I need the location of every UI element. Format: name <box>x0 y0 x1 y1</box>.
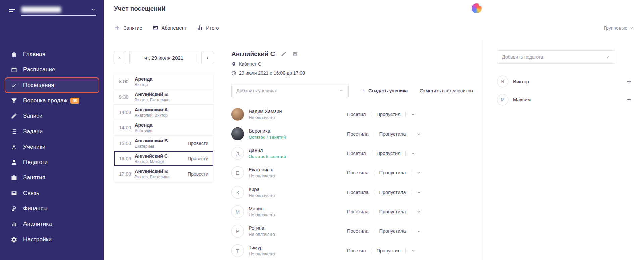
sidebar-item[interactable]: Финансы <box>5 201 99 216</box>
more-options-button[interactable] <box>416 190 422 195</box>
create-student-button[interactable]: Создать ученика <box>361 88 408 93</box>
missed-button[interactable]: Пропустила <box>379 228 406 234</box>
teacher-avatar: М <box>497 94 508 105</box>
sidebar-item[interactable]: Главная <box>5 47 99 62</box>
lesson-info: Английский B Екатерина <box>135 138 168 149</box>
more-options-button[interactable] <box>416 229 422 234</box>
add-teacher-select[interactable]: Добавить педагога <box>497 50 615 64</box>
student-row: М Мария Не оплачено Посетила Пропустила <box>231 202 483 221</box>
lesson-row[interactable]: 8:00 Аренда Виктор <box>114 74 213 89</box>
lesson-time: 15:00 <box>119 141 132 146</box>
attended-button[interactable]: Посетила <box>347 170 369 175</box>
more-options-button[interactable] <box>411 151 416 156</box>
lesson-row[interactable]: 16:00 Английский C Виктор, Максим Провес… <box>114 151 213 166</box>
more-options-button[interactable] <box>411 112 416 117</box>
hamburger-menu-icon[interactable] <box>8 7 16 15</box>
sidebar-item[interactable]: Связь <box>5 186 99 201</box>
avatar-initial: В <box>501 79 504 84</box>
sidebar-item[interactable]: Задачи <box>5 124 99 139</box>
workspace-switcher[interactable] <box>21 7 96 16</box>
attended-button[interactable]: Посетила <box>347 190 369 195</box>
missed-button[interactable]: Пропустила <box>379 190 406 195</box>
student-row: Вадим Хамзин Не оплачено Посетил Пропуст… <box>231 105 483 124</box>
add-teacher-button[interactable] <box>626 97 632 103</box>
attended-button[interactable]: Посетил <box>347 112 366 117</box>
sidebar-item[interactable]: Расписание <box>5 62 99 77</box>
attended-button[interactable]: Посетила <box>347 209 369 214</box>
sidebar-item-label: Посещения <box>23 82 54 89</box>
delete-lesson-icon[interactable] <box>292 51 298 57</box>
attended-button[interactable]: Посетила <box>347 228 369 234</box>
conduct-lesson-button[interactable]: Провести <box>188 156 208 161</box>
attended-button[interactable]: Посетил <box>347 248 366 253</box>
student-info: Вадим Хамзин Не оплачено <box>249 109 347 120</box>
lesson-title: Английский B <box>135 138 168 144</box>
lesson-row[interactable]: 9:30 Английский B Виктор, Екатерина <box>114 89 213 105</box>
more-options-button[interactable] <box>416 170 422 175</box>
student-name: Регина <box>249 225 347 231</box>
student-status: Не оплачено <box>249 251 347 256</box>
sidebar-item[interactable]: Занятия <box>5 170 99 186</box>
total-button[interactable]: Итого <box>197 24 219 31</box>
attended-button[interactable]: Посетила <box>347 131 369 137</box>
missed-button[interactable]: Пропустила <box>379 170 406 175</box>
conduct-lesson-button[interactable]: Провести <box>188 171 208 177</box>
lesson-teachers: Анатолий, Виктор <box>135 113 168 118</box>
mark-all-students-button[interactable]: Отметить всех учеников <box>420 88 473 93</box>
next-day-button[interactable] <box>201 51 213 64</box>
missed-button[interactable]: Пропустила <box>379 131 406 137</box>
lesson-time: 9:30 <box>119 94 132 100</box>
missed-button[interactable]: Пропустила <box>379 209 406 214</box>
divider <box>374 170 374 175</box>
prev-day-button[interactable] <box>114 51 126 64</box>
sidebar-item[interactable]: Аналитика <box>5 216 99 232</box>
more-options-button[interactable] <box>411 248 416 253</box>
chevron-down-icon <box>416 209 422 214</box>
sidebar-item[interactable]: Воронка продаж 40 <box>5 93 99 108</box>
divider <box>374 229 374 234</box>
student-name: Данил <box>249 148 347 153</box>
toolbar-left: Занятие Абонемент Итого <box>114 24 219 31</box>
more-options-button[interactable] <box>416 209 422 214</box>
student-name: Вадим Хамзин <box>249 109 347 114</box>
missed-button[interactable]: Пропустил <box>377 248 401 253</box>
teacher-avatar: В <box>497 76 508 87</box>
attended-button[interactable]: Посетил <box>347 151 366 156</box>
date-display[interactable]: чт, 29 июля 2021 <box>129 51 198 64</box>
plus-icon <box>361 88 366 93</box>
divider <box>371 248 371 253</box>
chevron-down-icon <box>605 55 610 59</box>
more-options-button[interactable] <box>416 132 422 137</box>
add-teacher-button[interactable] <box>626 79 632 85</box>
sidebar-item[interactable]: Настройки <box>5 232 99 247</box>
sidebar-item-icon <box>11 221 17 227</box>
sidebar-item-label: Финансы <box>23 205 48 212</box>
lesson-row[interactable]: 17:00 Английский B Виктор, Екатерина Про… <box>114 166 213 182</box>
lesson-teachers: Виктор, Максим <box>135 159 168 164</box>
lesson-row[interactable]: 14:00 Английский A Анатолий, Виктор <box>114 105 213 120</box>
add-lesson-button[interactable]: Занятие <box>114 24 142 31</box>
avatar-initial: К <box>236 190 239 195</box>
subscription-button[interactable]: Абонемент <box>152 24 187 31</box>
avatar-initial: М <box>501 97 505 102</box>
sidebar-item[interactable]: Педагоги <box>5 155 99 170</box>
edit-lesson-icon[interactable] <box>281 51 287 57</box>
sidebar-item-label: Записи <box>23 113 43 119</box>
lesson-row[interactable]: 14:00 Аренда Анатолий <box>114 120 213 136</box>
sidebar-item[interactable]: Ученики <box>5 139 99 155</box>
missed-button[interactable]: Пропустил <box>377 112 401 117</box>
sidebar-item-label: Расписание <box>23 66 55 73</box>
chevron-right-icon <box>205 55 210 60</box>
sidebar-item[interactable]: Посещения <box>5 77 99 93</box>
workspace-logo-redacted <box>21 7 61 13</box>
conduct-lesson-button[interactable]: Провести <box>188 141 208 146</box>
missed-button[interactable]: Пропустил <box>377 151 401 156</box>
attendance-actions: Посетила Пропустила <box>347 170 422 175</box>
student-list: Вадим Хамзин Не оплачено Посетил Пропуст… <box>231 105 483 260</box>
student-avatar: К <box>231 186 244 199</box>
avatar-initial: Т <box>236 248 239 254</box>
group-type-dropdown[interactable]: Групповые <box>604 25 634 31</box>
lesson-row[interactable]: 15:00 Английский B Екатерина Провести <box>114 136 213 151</box>
add-student-select[interactable]: Добавить ученика <box>231 84 349 97</box>
sidebar-item[interactable]: Записи <box>5 108 99 124</box>
